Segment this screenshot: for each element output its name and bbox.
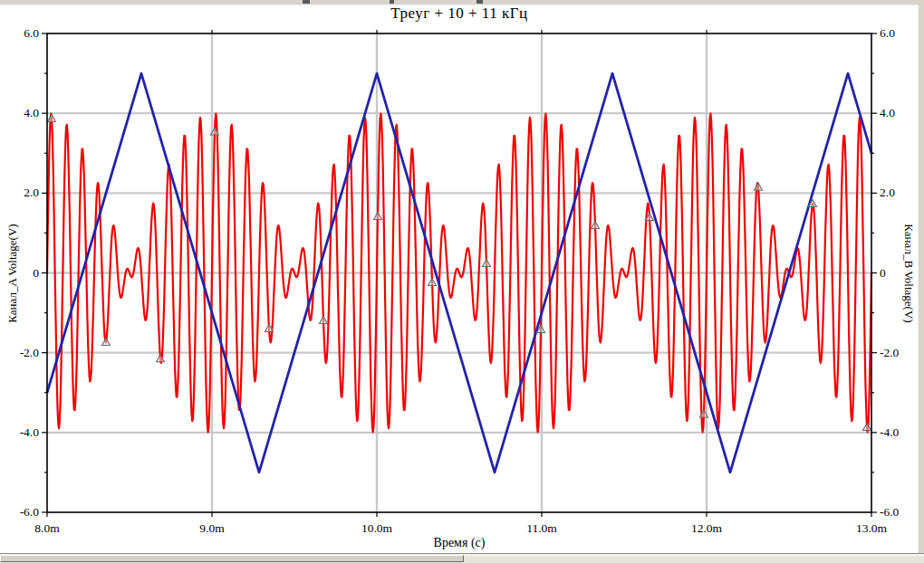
svg-text:-6.0: -6.0 — [880, 505, 900, 519]
waveform-chart: 8.0m9.0m10.0m11.0m12.0m13.0m-6.0-6.0-4.0… — [0, 0, 919, 554]
svg-text:-6.0: -6.0 — [20, 505, 40, 519]
trace-marker-icon — [374, 212, 382, 219]
svg-text:-2.0: -2.0 — [20, 346, 40, 359]
svg-text:12.0m: 12.0m — [691, 521, 723, 535]
trace-marker-icon — [428, 279, 437, 286]
svg-text:4.0: 4.0 — [880, 106, 895, 119]
x-axis-label: Время (с) — [47, 536, 871, 550]
svg-text:13.0m: 13.0m — [856, 521, 888, 535]
svg-text:0: 0 — [33, 266, 39, 280]
chart-title: Треуг + 10 + 11 кГц — [47, 5, 871, 23]
trace-marker-icon — [320, 317, 328, 324]
svg-text:11.0m: 11.0m — [526, 521, 557, 535]
trace-marker-icon — [157, 355, 165, 362]
trace-marker-icon — [863, 424, 871, 431]
right-gutter — [918, 5, 924, 553]
trace-marker-icon — [755, 183, 763, 190]
trace-marker-icon — [592, 221, 600, 228]
svg-text:10.0m: 10.0m — [361, 521, 393, 535]
trace-marker-icon — [102, 339, 111, 346]
svg-text:4.0: 4.0 — [24, 106, 39, 119]
svg-text:0: 0 — [880, 266, 886, 280]
axis-tick-labels: 8.0m9.0m10.0m11.0m12.0m13.0m-6.0-6.0-4.0… — [20, 26, 900, 535]
right-axis-label: Канал_B Voltage(V) — [901, 224, 916, 322]
svg-text:9.0m: 9.0m — [199, 521, 225, 535]
horizontal-scrollbar[interactable] — [0, 553, 924, 563]
svg-text:-4.0: -4.0 — [20, 425, 40, 439]
svg-text:-2.0: -2.0 — [880, 346, 900, 359]
svg-text:2.0: 2.0 — [880, 186, 895, 199]
trace-marker-icon — [483, 259, 491, 266]
svg-text:2.0: 2.0 — [24, 186, 39, 199]
svg-text:-4.0: -4.0 — [880, 425, 900, 439]
trace-marker-icon — [48, 114, 56, 121]
oscilloscope-plot-window: 8.0m9.0m10.0m11.0m12.0m13.0m-6.0-6.0-4.0… — [0, 0, 924, 563]
svg-text:6.0: 6.0 — [880, 26, 895, 40]
horizontal-scrollbar-thumb[interactable] — [0, 555, 464, 562]
svg-text:8.0m: 8.0m — [34, 521, 60, 535]
left-axis-label: Канал_A Voltage(V) — [5, 224, 20, 322]
svg-text:6.0: 6.0 — [24, 26, 39, 40]
